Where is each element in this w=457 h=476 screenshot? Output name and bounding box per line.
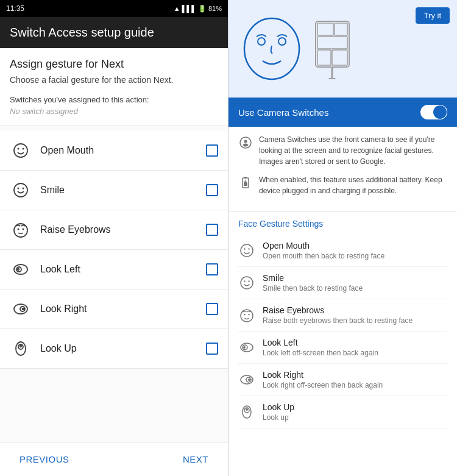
camera-switch-bar[interactable]: Use Camera Switches	[228, 98, 457, 127]
info-text-1: Camera Switches use the front camera to …	[259, 134, 447, 167]
right-gesture-item-look-right[interactable]: Look Right Look right off-screen then ba…	[238, 364, 447, 396]
svg-point-2	[23, 147, 24, 149]
svg-rect-26	[332, 50, 347, 65]
svg-point-44	[248, 314, 249, 315]
right-gesture-item-look-up[interactable]: Look Up Look up	[238, 396, 447, 428]
gesture-checkbox-raise-eyebrows[interactable]	[206, 224, 218, 236]
svg-point-30	[244, 140, 247, 143]
svg-rect-25	[317, 50, 331, 65]
right-gesture-name-look-up: Look Up	[263, 402, 447, 412]
gesture-checkbox-smile[interactable]	[206, 184, 218, 196]
info-row-2: When enabled, this feature uses addition…	[238, 174, 447, 196]
raise-eyebrows-icon	[10, 219, 32, 241]
face-gesture-title: Face Gesture Settings	[238, 219, 447, 229]
right-gesture-desc-look-right: Look right off-screen then back again	[263, 381, 447, 389]
camera-switch-toggle[interactable]	[420, 105, 447, 119]
wifi-icon: ▲	[174, 5, 180, 12]
right-gesture-item-smile[interactable]: Smile Smile then back to resting face	[238, 267, 447, 299]
right-gesture-name-open-mouth: Open Mouth	[263, 241, 447, 250]
look-up-icon	[10, 338, 32, 360]
right-gesture-name-look-right: Look Right	[263, 370, 447, 380]
svg-point-53	[246, 408, 248, 411]
svg-point-31	[243, 144, 248, 147]
right-gesture-desc-open-mouth: Open mouth then back to resting face	[263, 252, 447, 260]
gesture-item-smile[interactable]: Smile	[0, 171, 228, 210]
gesture-item-look-right[interactable]: Look Right	[0, 290, 228, 329]
right-gesture-name-raise-eyebrows: Raise Eyebrows	[263, 305, 447, 315]
assign-title: Assign gesture for Next	[10, 58, 218, 71]
right-gesture-text-smile: Smile Smile then back to resting face	[263, 273, 447, 293]
gesture-item-raise-eyebrows[interactable]: Raise Eyebrows	[0, 210, 228, 250]
status-bar: 11:35 ▲ ▌▌▌ 🔋 81%	[0, 0, 228, 17]
right-gesture-item-look-left[interactable]: Look Left Look left off-screen then back…	[238, 332, 447, 364]
left-panel: 11:35 ▲ ▌▌▌ 🔋 81% Switch Access setup gu…	[0, 0, 228, 476]
app-header: Switch Access setup guide	[0, 17, 228, 48]
right-gesture-name-smile: Smile	[263, 273, 447, 283]
gesture-checkbox-look-left[interactable]	[206, 263, 218, 275]
svg-point-4	[18, 187, 19, 189]
no-switch-label: No switch assigned	[10, 107, 218, 116]
look-right-icon	[10, 298, 32, 320]
assign-section: Assign gesture for Next Choose a facial …	[0, 48, 228, 126]
gesture-name-raise-eyebrows: Raise Eyebrows	[40, 224, 206, 235]
gesture-checkbox-open-mouth[interactable]	[206, 144, 218, 157]
gesture-item-open-mouth[interactable]: Open Mouth	[0, 131, 228, 171]
gesture-checkbox-look-up[interactable]	[206, 343, 218, 355]
right-gesture-item-raise-eyebrows[interactable]: Raise Eyebrows Raise both eyebrows then …	[238, 299, 447, 332]
right-gesture-desc-look-left: Look left off-screen then back again	[263, 349, 447, 357]
svg-point-1	[18, 147, 19, 149]
camera-info-icon	[238, 135, 253, 150]
right-look-right-icon	[238, 371, 255, 388]
svg-point-36	[241, 244, 253, 257]
gesture-name-smile: Smile	[40, 185, 206, 196]
smile-icon	[10, 179, 32, 201]
gesture-name-look-up: Look Up	[40, 343, 206, 354]
battery-percent: 81%	[208, 5, 222, 12]
svg-point-43	[244, 314, 245, 315]
face-illustration	[238, 12, 355, 85]
gesture-checkbox-look-right[interactable]	[206, 303, 218, 315]
svg-point-19	[258, 38, 265, 45]
time-display: 11:35	[6, 4, 24, 13]
previous-button[interactable]: Previous	[19, 454, 69, 464]
app-title: Switch Access setup guide	[10, 26, 218, 40]
switches-label: Switches you've assigned to this action:	[10, 95, 218, 104]
svg-point-40	[244, 280, 245, 282]
svg-point-18	[244, 18, 299, 79]
content-area: Assign gesture for Next Choose a facial …	[0, 48, 228, 442]
assign-subtitle: Choose a facial gesture for the action N…	[10, 74, 218, 87]
svg-point-6	[14, 224, 27, 237]
svg-point-14	[22, 307, 24, 310]
battery-icon: 🔋	[198, 5, 207, 13]
svg-rect-22	[317, 23, 333, 35]
gesture-list: Open Mouth Smile	[0, 131, 228, 369]
right-gesture-item-open-mouth[interactable]: Open Mouth Open mouth then back to resti…	[238, 235, 447, 267]
info-text-2: When enabled, this feature uses addition…	[259, 174, 447, 196]
svg-point-41	[248, 280, 249, 282]
svg-point-42	[241, 310, 253, 322]
gesture-name-look-right: Look Right	[40, 304, 206, 314]
right-raise-eyebrows-icon	[238, 307, 255, 324]
svg-rect-33	[244, 177, 247, 178]
face-svg	[238, 12, 305, 85]
right-smile-icon	[238, 274, 255, 291]
right-gesture-desc-raise-eyebrows: Raise both eyebrows then back to resting…	[263, 316, 447, 325]
tablet-svg	[313, 18, 355, 79]
svg-point-17	[19, 344, 22, 347]
gesture-item-look-up[interactable]: Look Up	[0, 329, 228, 369]
info-row-1: Camera Switches use the front camera to …	[238, 134, 447, 167]
next-button[interactable]: Next	[183, 454, 208, 464]
right-gesture-name-look-left: Look Left	[263, 338, 447, 347]
right-gesture-text-raise-eyebrows: Raise Eyebrows Raise both eyebrows then …	[263, 305, 447, 325]
svg-rect-24	[317, 37, 347, 49]
right-gesture-text-look-up: Look Up Look up	[263, 402, 447, 422]
svg-rect-23	[335, 23, 347, 35]
try-it-button[interactable]: Try it	[416, 7, 450, 24]
svg-point-50	[248, 378, 250, 381]
gesture-name-open-mouth: Open Mouth	[40, 145, 206, 156]
svg-point-7	[18, 228, 19, 230]
right-look-left-icon	[238, 339, 255, 356]
svg-point-5	[23, 187, 24, 189]
gesture-item-look-left[interactable]: Look Left	[0, 250, 228, 290]
right-gesture-text-look-left: Look Left Look left off-screen then back…	[263, 338, 447, 357]
